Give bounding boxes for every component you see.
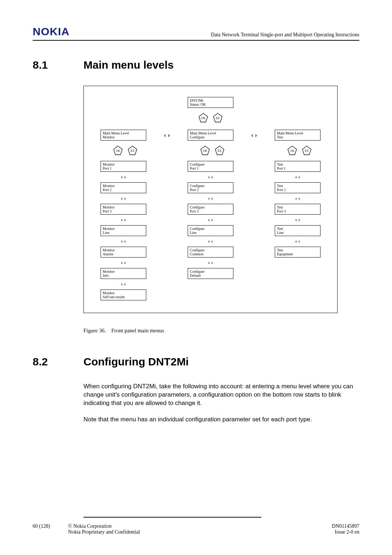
configure-item: ConfigurePort 2 xyxy=(188,182,233,193)
menu-item-line2: Port 1 xyxy=(103,166,144,171)
ok-ex-top: OK EX xyxy=(93,113,328,122)
nav-arrow-icon: ‹ › xyxy=(188,195,233,202)
ex-pentagon-icon: EX xyxy=(128,146,137,155)
menu-item-line2: Port 2 xyxy=(190,188,231,192)
monitor-item: MonitorAlarms xyxy=(101,247,146,258)
menu-diagram: DNT2Mi Status: OK OK EX Main Menu Level … xyxy=(83,86,338,313)
menu-item-line2: Port 1 xyxy=(277,166,318,171)
mm-l2: Configure xyxy=(190,135,231,139)
ok-pentagon-icon: OK xyxy=(113,146,123,155)
monitor-item: MonitorPort 3 xyxy=(101,204,146,215)
menu-item-line2: Line xyxy=(190,231,231,235)
menu-item-line1: Monitor xyxy=(103,227,144,231)
menu-item-line1: Configure xyxy=(190,248,231,252)
menu-item-line1: Configure xyxy=(190,227,231,231)
monitor-item: MonitorPort 1 xyxy=(101,161,146,172)
proprietary-notice: Nokia Proprietary and Confidential xyxy=(68,529,332,535)
monitor-item: MonitorInfo xyxy=(101,268,146,279)
nokia-logo: NOKIA xyxy=(33,25,70,38)
nav-arrow-icon: ‹ › xyxy=(188,217,233,223)
section-number: 8.1 xyxy=(33,59,83,71)
menu-item-line1: Monitor xyxy=(103,205,144,210)
nav-arrow-icon: ‹ › xyxy=(101,281,146,287)
menu-item-line2: Default xyxy=(190,274,231,278)
nav-arrow-icon: ‹ › xyxy=(251,130,257,141)
nav-arrow-icon: ‹ › xyxy=(188,238,233,244)
menu-item-line1: Configure xyxy=(190,270,231,274)
menu-item-line2: Port 2 xyxy=(103,188,144,192)
test-item: TestEquipment xyxy=(275,247,320,258)
menu-item-line2: Port 2 xyxy=(277,188,318,192)
configure-item: ConfigureCommon xyxy=(188,247,233,258)
nav-arrow-icon: ‹ › xyxy=(188,174,233,180)
menu-item-line2: Self test results xyxy=(103,295,144,299)
paragraph-1: When configuring DNT2Mi, take the follow… xyxy=(83,382,359,408)
doc-id: DN01145897 xyxy=(332,523,359,529)
footer-rule xyxy=(83,517,261,518)
status-line1: DNT2Mi xyxy=(190,98,231,103)
status-line2: Status: OK xyxy=(190,102,231,107)
menu-item-line1: Configure xyxy=(190,184,231,188)
ok-ex-test: OK EX xyxy=(284,146,311,155)
configure-item: ConfigurePort 1 xyxy=(188,161,233,172)
paragraph-2: Note that the menu has an individual con… xyxy=(83,416,359,424)
nav-arrow-icon: ‹ › xyxy=(101,174,146,180)
test-item: TestPort 3 xyxy=(275,204,320,215)
ok-pentagon-icon: OK xyxy=(287,146,297,155)
test-item: TestPort 1 xyxy=(275,161,320,172)
nav-arrow-icon: ‹ › xyxy=(164,130,170,141)
test-item: TestPort 2 xyxy=(275,182,320,193)
page-footer: 60 (128) © Nokia Corporation Nokia Propr… xyxy=(33,517,359,535)
mm-l2: Test xyxy=(277,135,318,139)
configure-item: ConfigureDefault xyxy=(188,268,233,279)
ex-label: EX xyxy=(216,117,220,120)
menu-item-line2: Port 1 xyxy=(190,166,231,171)
menu-item-line1: Monitor xyxy=(103,162,144,167)
svg-text:EX: EX xyxy=(131,149,135,153)
configure-column: Main Menu Level Configure OK EX Configur… xyxy=(180,130,241,300)
section-number: 8.2 xyxy=(33,356,83,368)
monitor-item: MonitorSelf test results xyxy=(101,289,146,300)
menu-item-line2: Alarms xyxy=(103,252,144,256)
nav-arrow-icon: ‹ › xyxy=(101,260,146,266)
ok-pentagon-icon: OK xyxy=(199,113,208,122)
nav-arrow-icon: ‹ › xyxy=(275,217,320,223)
issue: Issue 2-0 en xyxy=(332,529,359,535)
page-number: 60 (128) xyxy=(33,523,50,535)
section-title: Main menu levels xyxy=(83,59,173,71)
configure-item: ConfigurePort 3 xyxy=(188,204,233,215)
configure-item: ConfigureLine xyxy=(188,225,233,236)
svg-text:EX: EX xyxy=(218,149,222,153)
menu-item-line2: Port 3 xyxy=(103,209,144,214)
menu-item-line1: Configure xyxy=(190,205,231,210)
ok-pentagon-icon: OK xyxy=(200,146,210,155)
menu-item-line1: Test xyxy=(277,162,318,167)
nav-arrow-icon: ‹ › xyxy=(101,195,146,202)
ex-pentagon-icon: EX xyxy=(215,146,224,155)
nav-arrow-icon: ‹ › xyxy=(101,217,146,223)
menu-item-line2: Equipment xyxy=(277,252,318,256)
nav-arrow-icon: ‹ › xyxy=(275,238,320,244)
menu-item-line2: Line xyxy=(277,231,318,235)
svg-text:EX: EX xyxy=(305,149,309,153)
test-item: TestLine xyxy=(275,225,320,236)
main-menu-test: Main Menu Level Test xyxy=(275,130,320,141)
figure-caption: Figure 36. Front panel main menus xyxy=(83,328,359,334)
ok-ex-configure: OK EX xyxy=(197,146,224,155)
ex-pentagon-icon: EX xyxy=(302,146,311,155)
nav-arrow-icon: ‹ › xyxy=(188,260,233,266)
menu-item-line2: Port 3 xyxy=(190,209,231,214)
menu-item-line1: Configure xyxy=(190,162,231,167)
svg-text:OK: OK xyxy=(290,149,294,153)
ex-pentagon-icon: EX xyxy=(213,113,222,122)
nav-arrow-icon: ‹ › xyxy=(275,174,320,180)
menu-item-line2: Info xyxy=(103,274,144,278)
monitor-item: MonitorLine xyxy=(101,225,146,236)
svg-text:OK: OK xyxy=(116,149,120,153)
nav-arrow-icon: ‹ › xyxy=(101,238,146,244)
mm-l1: Main Menu Level xyxy=(277,131,318,135)
ok-label: OK xyxy=(201,117,205,120)
ok-ex-monitor: OK EX xyxy=(110,146,137,155)
section-8-2-heading: 8.2 Configuring DNT2Mi xyxy=(33,356,359,368)
menu-item-line2: Line xyxy=(103,231,144,235)
